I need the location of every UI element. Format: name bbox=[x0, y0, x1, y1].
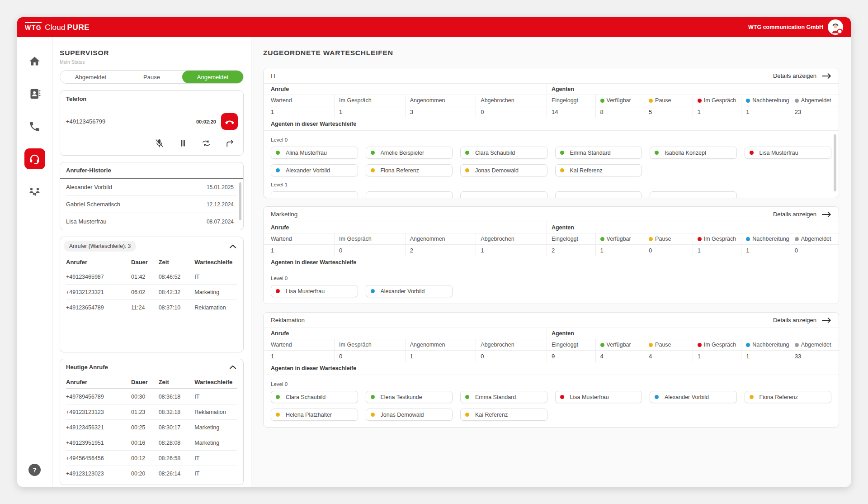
home-icon bbox=[28, 55, 41, 67]
agent-chip[interactable]: Alexander Vorbild bbox=[271, 164, 358, 176]
call-cell: Reklamation bbox=[194, 404, 237, 420]
call-row[interactable]: +4912345632100:2508:30:17Marketing bbox=[66, 420, 237, 435]
agents-levels: Level 0Lisa MusterfrauAlexander Vorbild bbox=[264, 269, 839, 304]
arrow-right-icon bbox=[821, 317, 831, 323]
details-link[interactable]: Details anzeigen bbox=[773, 211, 831, 218]
stat-value: 0 bbox=[476, 351, 547, 362]
queue-card-header: ReklamationDetails anzeigen bbox=[264, 313, 839, 328]
sidebar-item-supervisor[interactable] bbox=[24, 148, 45, 169]
call-row[interactable]: +4912365478911:2408:37:10Reklamation bbox=[66, 300, 237, 315]
agent-chip[interactable]: Emma Standard bbox=[460, 391, 547, 403]
call-cell: 00:30 bbox=[131, 389, 159, 404]
main-content: ZUGEORDNETE WARTESCHLEIFEN ITDetails anz… bbox=[251, 37, 851, 487]
stat-label: Eingeloggt bbox=[547, 233, 595, 245]
call-row[interactable]: +4912346598701:4208:46:52IT bbox=[66, 269, 237, 285]
call-row[interactable]: +4945645645600:1208:26:58IT bbox=[66, 451, 237, 466]
collapse-button[interactable] bbox=[228, 243, 237, 249]
agent-chip[interactable]: Clara Schaubild bbox=[271, 391, 358, 403]
call-cell: 08:28:08 bbox=[159, 435, 195, 451]
details-label: Details anzeigen bbox=[773, 211, 816, 218]
scrollbar-thumb[interactable] bbox=[834, 134, 836, 191]
call-row[interactable]: +4913212332106:0208:42:32Marketing bbox=[66, 285, 237, 300]
status-option-abgemeldet[interactable]: Abgemeldet bbox=[60, 71, 121, 83]
call-cell: 01:42 bbox=[131, 269, 159, 285]
agent-chip[interactable]: Lisa Musterfrau bbox=[271, 285, 358, 297]
details-link[interactable]: Details anzeigen bbox=[773, 317, 831, 323]
forward-icon[interactable] bbox=[225, 138, 235, 148]
agent-chip[interactable]: Alexander Vorbild bbox=[650, 391, 737, 403]
hangup-icon bbox=[224, 116, 235, 127]
sidebar-item-phone[interactable] bbox=[24, 116, 45, 137]
agent-chip[interactable]: Kai Referenz bbox=[460, 409, 547, 421]
sidebar-item-home[interactable] bbox=[24, 51, 45, 71]
stat-value: 8 bbox=[595, 106, 644, 118]
panel-title: SUPERVISOR bbox=[60, 49, 244, 57]
hangup-button[interactable] bbox=[221, 113, 238, 130]
sidebar-item-queues[interactable] bbox=[24, 181, 45, 202]
agent-chip[interactable]: Jonas Demowald bbox=[460, 164, 547, 176]
agent-chip[interactable]: Fiona Referenz bbox=[745, 391, 832, 403]
scrollbar-thumb[interactable] bbox=[239, 182, 241, 220]
status-option-angemeldet[interactable]: Angemeldet bbox=[182, 71, 243, 83]
agent-chip[interactable]: Elena Testkunde bbox=[366, 391, 453, 403]
agent-chip[interactable]: Lisa Musterfrau bbox=[745, 147, 832, 159]
status-dot-green bbox=[465, 395, 469, 399]
agent-chip-clipped[interactable] bbox=[650, 191, 737, 198]
history-row[interactable]: Alexander Vorbild15.01.2025 bbox=[66, 179, 237, 196]
help-button[interactable]: ? bbox=[28, 464, 41, 476]
column-header: Warteschleife bbox=[194, 255, 237, 269]
swap-calls-icon[interactable] bbox=[201, 138, 212, 148]
mic-off-icon[interactable] bbox=[154, 138, 165, 148]
agent-chip[interactable]: Isabella Konzept bbox=[650, 147, 737, 159]
level-label: Level 1 bbox=[271, 182, 831, 187]
today-calls-table: AnruferDauerZeitWarteschleife+4978945678… bbox=[66, 375, 237, 481]
agent-chip-clipped[interactable] bbox=[366, 191, 453, 198]
status-dot-gray bbox=[795, 343, 799, 347]
status-dot-green bbox=[560, 151, 564, 155]
call-row[interactable]: +4912312302300:2008:26:14IT bbox=[66, 466, 237, 481]
sidebar-item-contacts[interactable] bbox=[24, 83, 45, 104]
agent-chip[interactable]: Lisa Musterfrau bbox=[555, 391, 642, 403]
stat-label: Verfügbar bbox=[595, 233, 644, 245]
stat-label: Pause bbox=[644, 339, 693, 351]
agents-levels: Level 0Alina MusterfrauAmelie Beispieler… bbox=[264, 131, 839, 198]
collapse-button[interactable] bbox=[228, 364, 237, 370]
user-avatar[interactable] bbox=[828, 19, 843, 35]
status-dot-gray bbox=[795, 237, 799, 241]
call-cell: IT bbox=[194, 466, 237, 481]
history-row[interactable]: Gabriel Schematisch12.12.2024 bbox=[66, 196, 237, 213]
call-row[interactable]: +4912395195100:1608:28:08Marketing bbox=[66, 435, 237, 451]
stat-label: Pause bbox=[644, 95, 693, 106]
agent-chip-clipped[interactable] bbox=[271, 191, 358, 198]
stats-label-row: WartendIm GesprächAngenommenAbgebrochenE… bbox=[264, 339, 839, 351]
stat-value: 1 bbox=[693, 106, 741, 118]
agent-chip[interactable]: Kai Referenz bbox=[555, 164, 642, 176]
agent-chip-clipped[interactable] bbox=[555, 191, 642, 198]
call-cell: Marketing bbox=[194, 420, 237, 435]
agent-chip[interactable]: Alina Musterfrau bbox=[271, 147, 358, 159]
agent-chip[interactable]: Alexander Vorbild bbox=[366, 285, 453, 297]
call-cell: 08:26:14 bbox=[159, 466, 195, 481]
agent-name: Clara Schaubild bbox=[475, 150, 515, 156]
details-link[interactable]: Details anzeigen bbox=[773, 72, 831, 79]
stat-value: 2 bbox=[547, 245, 595, 257]
agent-chip[interactable]: Jonas Demowald bbox=[366, 409, 453, 421]
agent-name: Emma Standard bbox=[475, 394, 516, 400]
agent-name: Elena Testkunde bbox=[381, 394, 422, 400]
agent-chip[interactable]: Emma Standard bbox=[555, 147, 642, 159]
agent-chip-clipped[interactable] bbox=[460, 191, 547, 198]
stat-value: 2 bbox=[405, 245, 476, 257]
call-row[interactable]: +4978945678900:3008:36:18IT bbox=[66, 389, 237, 404]
call-cell: 01:23 bbox=[131, 404, 159, 420]
status-option-pause[interactable]: Pause bbox=[121, 71, 182, 83]
agent-chip[interactable]: Clara Schaubild bbox=[460, 147, 547, 159]
call-row[interactable]: +4912312312301:2308:32:18Reklamation bbox=[66, 404, 237, 420]
agent-chip[interactable]: Fiona Referenz bbox=[366, 164, 453, 176]
stats-value-row: 1021210110 bbox=[264, 245, 839, 257]
history-row[interactable]: Lisa Musterfrau08.07.2024 bbox=[66, 213, 237, 230]
agent-chip[interactable]: Amelie Beispieler bbox=[366, 147, 453, 159]
pause-icon[interactable] bbox=[178, 138, 188, 148]
call-cell: +49123654789 bbox=[66, 300, 131, 315]
agent-chip[interactable]: Helena Platzhalter bbox=[271, 409, 358, 421]
call-cell: 00:20 bbox=[131, 466, 159, 481]
